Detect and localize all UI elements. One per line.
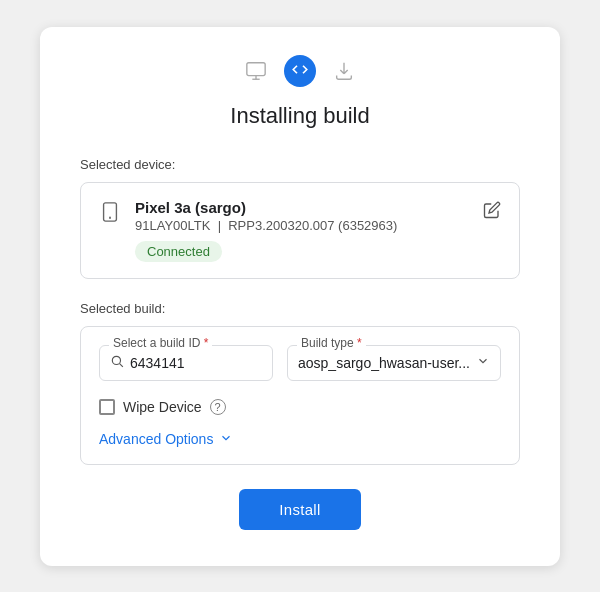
search-icon: [110, 354, 124, 372]
build-type-value: aosp_sargo_hwasan-user...: [298, 355, 470, 371]
build-id-required: *: [204, 336, 209, 350]
device-version: RPP3.200320.007 (6352963): [228, 218, 397, 233]
wipe-device-row: Wipe Device ?: [99, 399, 501, 415]
wipe-device-checkbox[interactable]: [99, 399, 115, 415]
device-details: 91LAY00LTK | RPP3.200320.007 (6352963): [135, 218, 469, 233]
advanced-options-label: Advanced Options: [99, 431, 213, 447]
build-input-row: Select a build ID * Build type: [99, 345, 501, 381]
download-step-icon: [328, 55, 360, 87]
selected-build-label: Selected build:: [80, 301, 520, 316]
device-step-icon: [240, 55, 272, 87]
edit-device-icon[interactable]: [483, 201, 501, 223]
device-name: Pixel 3a (sargo): [135, 199, 469, 216]
svg-point-5: [112, 356, 120, 364]
svg-rect-0: [247, 62, 265, 75]
advanced-chevron-icon: [219, 431, 233, 448]
selected-device-label: Selected device:: [80, 157, 520, 172]
build-card: Select a build ID * Build type: [80, 326, 520, 465]
help-icon[interactable]: ?: [210, 399, 226, 415]
build-type-select[interactable]: aosp_sargo_hwasan-user...: [287, 345, 501, 381]
device-card: Pixel 3a (sargo) 91LAY00LTK | RPP3.20032…: [80, 182, 520, 279]
stepper: [80, 55, 520, 87]
install-button-row: Install: [80, 489, 520, 530]
build-type-required: *: [357, 336, 362, 350]
build-id-input-wrapper[interactable]: [99, 345, 273, 381]
build-id-group: Select a build ID *: [99, 345, 273, 381]
install-button[interactable]: Install: [239, 489, 360, 530]
build-id-label: Select a build ID *: [109, 336, 212, 350]
device-info: Pixel 3a (sargo) 91LAY00LTK | RPP3.20032…: [135, 199, 469, 262]
installing-build-dialog: Installing build Selected device: Pixel …: [40, 27, 560, 566]
wipe-device-label: Wipe Device: [123, 399, 202, 415]
advanced-options-toggle[interactable]: Advanced Options: [99, 431, 501, 448]
svg-line-6: [120, 363, 123, 366]
build-id-input[interactable]: [130, 355, 262, 371]
device-build-id: 91LAY00LTK: [135, 218, 210, 233]
connected-badge: Connected: [135, 241, 222, 262]
build-type-label: Build type *: [297, 336, 366, 350]
build-type-group: Build type * aosp_sargo_hwasan-user...: [287, 345, 501, 381]
chevron-down-icon: [476, 354, 490, 372]
transfer-step-icon: [284, 55, 316, 87]
phone-icon: [99, 201, 121, 227]
page-title: Installing build: [80, 103, 520, 129]
